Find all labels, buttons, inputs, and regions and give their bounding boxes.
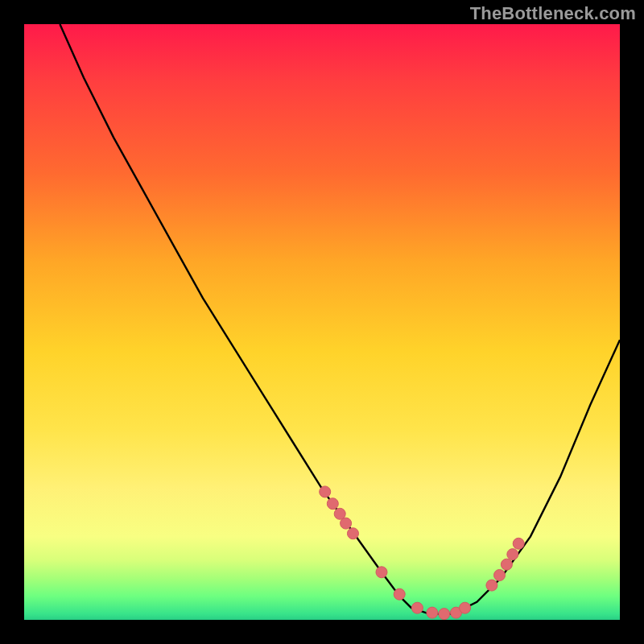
marker-dot: [494, 570, 506, 581]
marker-dot: [486, 580, 497, 591]
chart-svg: [24, 24, 620, 620]
marker-dot: [411, 602, 423, 613]
marker-dot: [376, 567, 387, 578]
chart-frame: TheBottleneck.com: [0, 0, 644, 644]
watermark-text: TheBottleneck.com: [470, 3, 636, 24]
marker-dot: [320, 486, 331, 497]
marker-dot: [501, 559, 512, 570]
marker-dot: [327, 498, 338, 510]
marker-dot: [439, 609, 450, 620]
marker-dots: [320, 486, 525, 620]
bottleneck-curve: [60, 24, 620, 614]
marker-dot: [394, 588, 405, 600]
marker-dot: [427, 607, 438, 618]
marker-dot: [347, 528, 358, 539]
marker-dot: [460, 602, 471, 613]
marker-dot: [341, 518, 352, 529]
marker-dot: [507, 549, 518, 560]
marker-dot: [513, 538, 524, 549]
